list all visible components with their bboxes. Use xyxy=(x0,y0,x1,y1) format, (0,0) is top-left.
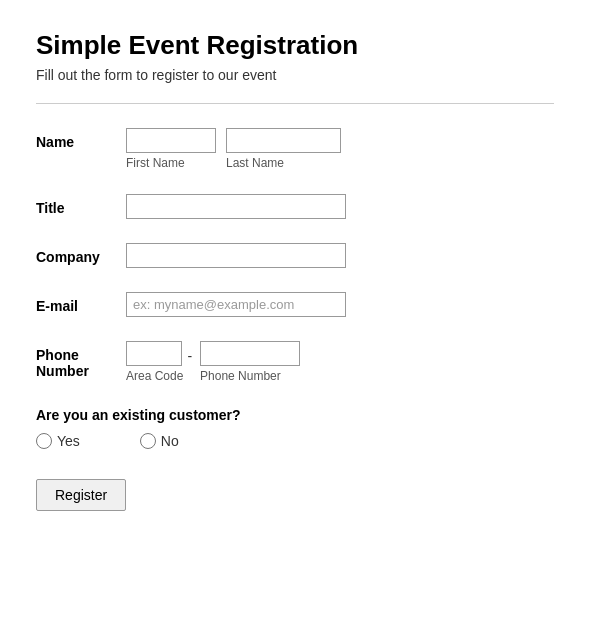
email-input[interactable] xyxy=(126,292,346,317)
email-row: E-mail xyxy=(36,292,554,317)
title-field-group xyxy=(126,194,554,219)
company-input[interactable] xyxy=(126,243,346,268)
name-inputs: First Name Last Name xyxy=(126,128,554,170)
section-divider xyxy=(36,103,554,104)
first-name-label: First Name xyxy=(126,156,216,170)
area-code-wrap: Area Code xyxy=(126,341,183,383)
company-row: Company xyxy=(36,243,554,268)
company-field-group xyxy=(126,243,554,268)
register-button[interactable]: Register xyxy=(36,479,126,511)
last-name-wrap: Last Name xyxy=(226,128,341,170)
name-label: Name xyxy=(36,128,126,150)
phone-number-wrap: Phone Number xyxy=(200,341,300,383)
phone-dash: - xyxy=(183,343,196,364)
last-name-input[interactable] xyxy=(226,128,341,153)
title-row: Title xyxy=(36,194,554,219)
title-input[interactable] xyxy=(126,194,346,219)
phone-inputs: Area Code - Phone Number xyxy=(126,341,554,383)
title-label: Title xyxy=(36,194,126,216)
name-fields-group: First Name Last Name xyxy=(126,128,554,170)
area-code-input[interactable] xyxy=(126,341,182,366)
name-row: Name First Name Last Name xyxy=(36,128,554,170)
first-name-wrap: First Name xyxy=(126,128,216,170)
email-label: E-mail xyxy=(36,292,126,314)
phone-row: Phone Number Area Code - Phone Number xyxy=(36,341,554,383)
company-label: Company xyxy=(36,243,126,265)
phone-number-label: Phone Number xyxy=(200,369,300,383)
no-option[interactable]: No xyxy=(140,433,179,449)
yes-label: Yes xyxy=(57,433,80,449)
phone-label: Phone Number xyxy=(36,341,126,379)
first-name-input[interactable] xyxy=(126,128,216,153)
area-code-label: Area Code xyxy=(126,369,183,383)
last-name-label: Last Name xyxy=(226,156,341,170)
page-title: Simple Event Registration xyxy=(36,30,554,61)
existing-customer-section: Are you an existing customer? Yes No xyxy=(36,407,554,449)
email-field-group xyxy=(126,292,554,317)
radio-group: Yes No xyxy=(36,433,554,449)
phone-number-input[interactable] xyxy=(200,341,300,366)
page-subtitle: Fill out the form to register to our eve… xyxy=(36,67,554,83)
yes-radio[interactable] xyxy=(36,433,52,449)
yes-option[interactable]: Yes xyxy=(36,433,80,449)
customer-question: Are you an existing customer? xyxy=(36,407,554,423)
phone-field-group: Area Code - Phone Number xyxy=(126,341,554,383)
no-radio[interactable] xyxy=(140,433,156,449)
no-label: No xyxy=(161,433,179,449)
